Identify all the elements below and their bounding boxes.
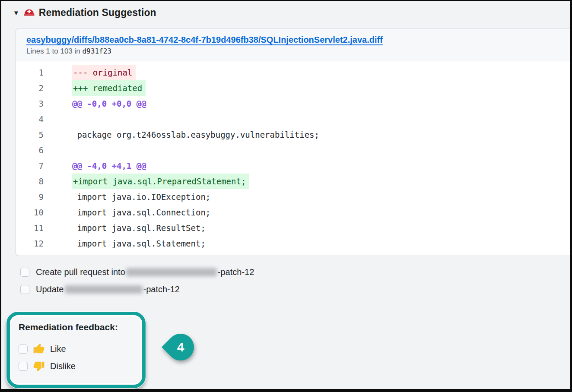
code-line: 4	[16, 111, 570, 127]
diff-file-link[interactable]: easybuggy/diffs/b88ea0cb-8a81-4742-8c4f-…	[26, 35, 383, 45]
code-line: 6	[16, 142, 570, 158]
code-line: 3 @@ -0,0 +0,0 @@	[16, 96, 570, 111]
create-pr-label: Create pull request into -patch-12	[36, 267, 254, 277]
screenshot-frame: ▼ Remediation Suggestion easybuggy/diffs…	[0, 0, 572, 392]
line-number: 10	[16, 205, 44, 220]
section-title: Remediation Suggestion	[39, 7, 156, 19]
commit-sha-link[interactable]: d931f23	[82, 47, 111, 55]
line-number: 2	[16, 80, 44, 96]
code-line: 9 import java.io.IOException;	[16, 189, 570, 205]
snippet-file-header: easybuggy/diffs/b88ea0cb-8a81-4742-8c4f-…	[16, 28, 570, 61]
create-pr-checkbox[interactable]	[20, 268, 29, 277]
update-branch-label: Update -patch-12	[36, 285, 180, 294]
line-text: import java.sql.Statement;	[72, 236, 208, 251]
dislike-checkbox[interactable]	[19, 362, 28, 371]
annotation-balloon-4: 4	[167, 334, 195, 361]
line-number: 11	[16, 220, 44, 236]
annotation-number: 4	[177, 340, 184, 354]
code-line: 1 --- original	[16, 65, 570, 80]
pr-actions: Create pull request into -patch-12 Updat…	[20, 267, 570, 294]
line-number: 6	[16, 142, 44, 158]
remediation-section-header: ▼ Remediation Suggestion	[1, 1, 570, 19]
rescue-helmet-icon	[23, 7, 35, 19]
code-line: 12 import java.sql.Statement;	[16, 236, 570, 251]
line-number: 5	[16, 127, 44, 142]
line-text: import java.sql.Connection;	[72, 205, 213, 220]
code-snippet-card: easybuggy/diffs/b88ea0cb-8a81-4742-8c4f-…	[16, 28, 570, 256]
dislike-row[interactable]: Dislike	[19, 360, 142, 372]
thumbs-up-icon	[33, 343, 44, 354]
code-line: 11 import java.sql.ResultSet;	[16, 220, 570, 236]
dislike-label: Dislike	[50, 361, 76, 371]
like-row[interactable]: Like	[19, 343, 142, 354]
line-text: @@ -4,0 +4,1 @@	[72, 158, 149, 174]
line-text: @@ -0,0 +0,0 @@	[72, 96, 149, 111]
code-line: 7 @@ -4,0 +4,1 @@	[16, 158, 570, 174]
snippet-line-range: Lines 1 to 103 in d931f23	[26, 47, 562, 56]
line-number: 8	[16, 174, 44, 189]
code-line: 10 import java.sql.Connection;	[16, 205, 570, 220]
like-label: Like	[50, 344, 66, 354]
code-line: 5 package org.t246osslab.easybuggy.vulne…	[16, 127, 570, 142]
update-branch-checkbox[interactable]	[20, 285, 29, 294]
code-line: 8 +import java.sql.PreparedStatement;	[16, 174, 570, 189]
line-text: +import java.sql.PreparedStatement;	[72, 174, 249, 189]
line-number: 1	[16, 65, 44, 80]
line-text: package org.t246osslab.easybuggy.vulnera…	[72, 127, 322, 142]
line-range-text: Lines 1 to 103 in	[26, 47, 82, 55]
line-number: 7	[16, 158, 44, 174]
collapse-caret-icon[interactable]: ▼	[13, 9, 19, 16]
line-text: +++ remediated	[72, 80, 146, 96]
feedback-title: Remediation feedback:	[19, 322, 142, 332]
line-number: 9	[16, 189, 44, 205]
create-pr-row[interactable]: Create pull request into -patch-12	[20, 267, 570, 277]
line-text: import java.io.IOException;	[72, 189, 213, 205]
line-number: 3	[16, 96, 44, 111]
thumbs-down-icon	[33, 360, 44, 372]
line-number: 12	[16, 236, 44, 251]
feedback-highlight-box: Remediation feedback: Like Dislike	[6, 312, 146, 388]
redacted-branch-name	[126, 268, 217, 276]
annotation-teardrop-shape: 4	[162, 328, 200, 366]
line-number: 4	[16, 111, 44, 127]
line-text: import java.sql.ResultSet;	[72, 220, 208, 236]
diff-code-block: 1 --- original 2 +++ remediated 3 @@ -0,…	[16, 61, 570, 256]
redacted-branch-name	[65, 285, 143, 294]
like-checkbox[interactable]	[19, 345, 28, 354]
code-line: 2 +++ remediated	[16, 80, 570, 96]
update-branch-row[interactable]: Update -patch-12	[20, 285, 570, 294]
line-text: --- original	[72, 65, 136, 80]
feedback-options: Like Dislike	[19, 343, 142, 372]
